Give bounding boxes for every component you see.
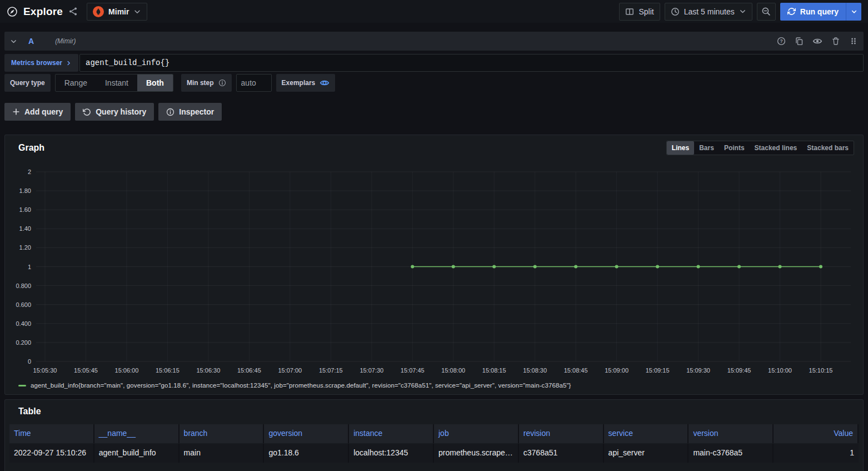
min-step-label: Min step: [187, 79, 214, 87]
info-icon: [218, 79, 226, 87]
zoom-out-button[interactable]: [757, 3, 776, 21]
split-button[interactable]: Split: [619, 3, 660, 21]
svg-text:15:10:00: 15:10:00: [768, 367, 792, 374]
viz-mode-bars[interactable]: Bars: [694, 141, 719, 155]
svg-text:1.20: 1.20: [19, 244, 31, 251]
drag-handle-grip-icon[interactable]: [849, 37, 858, 46]
exemplars-label: Exemplars: [282, 79, 316, 87]
copy-query-icon[interactable]: [795, 37, 804, 46]
run-query-label: Run query: [800, 7, 839, 16]
column-header-revision[interactable]: revision: [519, 424, 604, 443]
viz-mode-toggle: Lines Bars Points Stacked lines Stacked …: [666, 141, 854, 155]
inspector-button[interactable]: Inspector: [158, 103, 222, 121]
column-header-instance[interactable]: instance: [349, 424, 434, 443]
exemplars-toggle-eye-icon[interactable]: [320, 78, 330, 88]
column-header-branch[interactable]: branch: [179, 424, 265, 443]
search-minus-icon: [761, 7, 771, 16]
time-range-picker[interactable]: Last 5 minutes: [665, 3, 752, 21]
cell-goversion: go1.18.6: [264, 444, 349, 463]
history-icon: [83, 108, 91, 116]
chevron-down-icon: [739, 8, 746, 15]
chevron-down-icon: [851, 8, 857, 15]
legend-swatch: [18, 385, 26, 386]
cell-time: 2022-09-27 15:10:26: [9, 444, 94, 463]
svg-text:15:06:00: 15:06:00: [115, 367, 139, 374]
query-history-label: Query history: [96, 107, 146, 116]
query-type-label-chip: Query type: [4, 74, 51, 92]
delete-query-trash-icon[interactable]: [831, 37, 840, 46]
explore-page: Explore Mimir Split: [0, 0, 868, 471]
svg-text:15:08:45: 15:08:45: [564, 367, 588, 374]
cell-service: api_server: [604, 444, 689, 463]
column-header-job[interactable]: job: [434, 424, 519, 443]
query-history-button[interactable]: Query history: [75, 103, 154, 121]
run-query-button[interactable]: Run query: [780, 3, 846, 21]
metrics-browser-button[interactable]: Metrics browser: [4, 54, 78, 72]
metrics-browser-label: Metrics browser: [11, 59, 62, 67]
viz-mode-lines[interactable]: Lines: [667, 141, 694, 155]
page-title: Explore: [23, 6, 63, 18]
svg-text:0.800: 0.800: [16, 282, 31, 289]
share-icon[interactable]: [68, 7, 78, 16]
legend-item[interactable]: agent_build_info{branch="main", goversio…: [18, 382, 854, 389]
data-table: Time __name__ branch goversion instance …: [9, 424, 859, 463]
svg-text:0: 0: [28, 358, 31, 365]
run-query-button-group: Run query: [780, 3, 861, 21]
svg-text:15:09:45: 15:09:45: [727, 367, 751, 374]
toggle-query-visibility-eye-icon[interactable]: [812, 36, 822, 46]
column-header-version[interactable]: version: [689, 424, 774, 443]
query-ref-id: A: [28, 37, 34, 46]
datasource-name: Mimir: [108, 7, 129, 16]
collapse-chevron-icon[interactable]: [10, 38, 17, 45]
viz-mode-points[interactable]: Points: [719, 141, 750, 155]
query-editor: A (Mimir) ?: [4, 32, 864, 92]
table-panel: Table Time __name__ branch goversion ins…: [4, 399, 864, 471]
add-query-button[interactable]: Add query: [4, 103, 71, 121]
svg-text:15:09:15: 15:09:15: [646, 367, 670, 374]
cell-branch: main: [179, 444, 265, 463]
split-columns-icon: [625, 7, 634, 16]
datasource-picker[interactable]: Mimir: [87, 3, 147, 21]
graph-panel-title: Graph: [18, 143, 44, 153]
min-step-label-chip: Min step: [181, 74, 232, 92]
svg-text:2: 2: [28, 168, 31, 175]
min-step-input[interactable]: [236, 74, 272, 92]
add-query-label: Add query: [24, 107, 63, 116]
query-type-option-both[interactable]: Both: [137, 75, 173, 91]
info-circle-icon: [166, 108, 174, 116]
svg-text:15:06:45: 15:06:45: [237, 367, 261, 374]
legend-label: agent_build_info{branch="main", goversio…: [31, 382, 571, 389]
chevron-down-icon: [133, 8, 141, 16]
explore-compass-icon: [7, 6, 18, 17]
run-query-dropdown[interactable]: [846, 3, 861, 21]
chevron-right-icon: [66, 60, 72, 66]
viz-mode-stacked-bars[interactable]: Stacked bars: [802, 141, 854, 155]
column-header-time[interactable]: Time: [9, 424, 94, 443]
inspector-label: Inspector: [179, 107, 214, 116]
query-expression-input[interactable]: [79, 54, 864, 72]
column-header-service[interactable]: service: [604, 424, 689, 443]
svg-text:15:09:30: 15:09:30: [686, 367, 710, 374]
svg-text:15:08:30: 15:08:30: [523, 367, 547, 374]
query-type-option-instant[interactable]: Instant: [96, 75, 137, 91]
graph-panel: Graph Lines Bars Points Stacked lines St…: [4, 135, 864, 395]
column-header-value[interactable]: Value: [774, 424, 859, 443]
viz-mode-stacked-lines[interactable]: Stacked lines: [750, 141, 802, 155]
cell-version: main-c3768a5: [689, 444, 774, 463]
graph-canvas[interactable]: 00.2000.4000.6000.80011.201.401.601.8021…: [14, 164, 855, 379]
svg-text:15:07:15: 15:07:15: [319, 367, 343, 374]
svg-text:0.400: 0.400: [16, 320, 31, 327]
split-label: Split: [638, 7, 654, 16]
help-icon[interactable]: ?: [777, 37, 786, 46]
column-header-name[interactable]: __name__: [94, 424, 179, 443]
plus-icon: [12, 108, 20, 116]
svg-text:15:09:00: 15:09:00: [605, 367, 628, 374]
column-header-goversion[interactable]: goversion: [264, 424, 349, 443]
cell-instance: localhost:12345: [349, 444, 434, 463]
query-type-option-range[interactable]: Range: [56, 75, 96, 91]
query-type-radio-group: Range Instant Both: [55, 74, 173, 92]
table-panel-title: Table: [18, 406, 859, 417]
exemplars-chip: Exemplars: [276, 74, 336, 92]
sync-icon: [787, 7, 796, 16]
query-row-header: A (Mimir) ?: [4, 32, 864, 51]
